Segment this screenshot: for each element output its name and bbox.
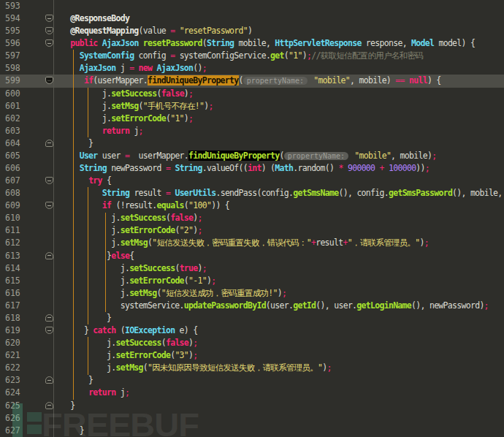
code-text: j.setSuccess(false); xyxy=(0,88,193,100)
code-token: response, xyxy=(366,38,411,48)
code-token: @RequestMapping xyxy=(70,26,138,36)
code-token: String xyxy=(80,163,112,173)
code-token: (), config. xyxy=(339,188,389,198)
code-line-617[interactable]: 617 systemService.updatePasswordById(use… xyxy=(0,300,504,312)
code-token: == xyxy=(395,75,404,86)
code-text: j.setMsg("短信发送成功，密码重置成功!"); xyxy=(0,287,286,300)
code-token: config xyxy=(139,50,171,61)
code-token: "resetPassword" xyxy=(180,26,248,36)
code-token: )) { xyxy=(211,200,229,210)
code-text: } xyxy=(0,312,111,324)
code-token: .valueOf(( xyxy=(202,163,248,173)
code-text: } xyxy=(0,400,75,412)
code-token: ( xyxy=(115,325,124,335)
code-token: findUniqueByProperty xyxy=(188,151,279,161)
fold-toggle-icon[interactable] xyxy=(45,376,53,384)
code-token: j. xyxy=(66,362,115,373)
code-token: j. xyxy=(66,113,111,123)
code-text: try { xyxy=(0,175,111,187)
code-token: "mobile" xyxy=(313,75,350,86)
code-token xyxy=(66,75,84,86)
code-token: catch xyxy=(93,325,115,335)
code-token: String xyxy=(175,163,202,173)
code-text: j.setMsg("手机号不存在!"); xyxy=(0,100,213,113)
code-token: false xyxy=(166,338,188,348)
code-token: user xyxy=(102,151,125,161)
code-line-608[interactable]: 608 String result = UserUtils.sendPass(c… xyxy=(0,187,504,200)
code-token: 900000 xyxy=(348,163,375,173)
fold-toggle-icon[interactable] xyxy=(45,252,53,259)
code-token: { xyxy=(129,251,134,261)
code-token: result xyxy=(316,238,343,248)
code-token xyxy=(66,163,80,173)
code-text: @RequestMapping(value = "resetPassword") xyxy=(0,25,252,37)
code-token: j. xyxy=(66,350,115,360)
code-token: .random() xyxy=(293,163,338,173)
code-token: "因未知原因导致短信发送失败，请联系管理员。" xyxy=(148,362,322,373)
code-token: "1" xyxy=(170,113,184,123)
code-token: return xyxy=(88,387,121,398)
code-token: j. xyxy=(66,213,121,223)
code-token: } xyxy=(66,325,93,335)
code-token: () xyxy=(193,63,202,73)
code-token: ; xyxy=(282,288,286,298)
code-token: Model xyxy=(411,38,438,48)
code-token: IOException xyxy=(125,325,180,335)
code-token: "1" xyxy=(289,50,302,61)
code-token: } xyxy=(66,400,75,411)
code-token: .sendPass(config. xyxy=(215,188,293,198)
code-token: j. xyxy=(66,238,121,248)
fold-toggle-icon[interactable] xyxy=(45,402,53,409)
code-token: , mobile) xyxy=(391,151,432,161)
code-token: ; xyxy=(432,151,436,161)
code-token: try xyxy=(88,175,102,186)
code-token: null xyxy=(409,75,427,86)
code-token: (user. xyxy=(266,300,293,311)
code-line-596[interactable]: 596 public AjaxJson resetPassword(String… xyxy=(0,37,504,50)
code-token: ; xyxy=(198,225,202,235)
code-token: User xyxy=(80,151,102,161)
code-token: ; xyxy=(188,88,193,99)
code-token: setSuccess xyxy=(129,263,175,273)
code-token: "mobile" xyxy=(354,151,391,161)
code-text: @ResponseBody xyxy=(0,12,129,25)
code-token: ; xyxy=(211,276,215,286)
parameter-hint: propertyName: xyxy=(243,77,308,85)
code-token xyxy=(66,188,102,198)
code-text: if (!result.equals("100")) { xyxy=(0,200,229,212)
code-text: User user = userMapper.findUniqueByPrope… xyxy=(0,150,436,162)
code-token: (!result. xyxy=(111,200,156,210)
code-line-612[interactable]: 612 j.setMsg("短信发送失败，密码重置失败，错误代码："+resul… xyxy=(0,237,504,249)
code-token: } xyxy=(66,313,111,323)
code-token: setMsg xyxy=(111,101,138,111)
code-token: "手机号不存在!" xyxy=(143,101,204,111)
code-line-599[interactable]: 599 if(userMapper.findUniqueByProperty(p… xyxy=(0,75,504,87)
fold-toggle-icon[interactable] xyxy=(45,140,53,147)
code-text: j.setMsg("因未知原因导致短信发送失败，请联系管理员。"); xyxy=(0,362,332,374)
code-token: updatePasswordById xyxy=(184,300,266,311)
code-line-605[interactable]: 605 User user = userMapper.findUniqueByP… xyxy=(0,150,504,162)
code-token: "2" xyxy=(180,225,194,235)
code-token: ) xyxy=(248,26,252,36)
code-token: j. xyxy=(66,88,111,99)
code-token: UserUtils xyxy=(175,188,215,198)
code-token: setSuccess xyxy=(121,213,166,223)
code-token: "短信发送失败，密码重置失败，错误代码：" xyxy=(152,238,311,248)
code-token: false xyxy=(170,213,193,223)
code-token: if xyxy=(84,75,93,86)
code-editor-window: 593594 @ResponseBody595 @RequestMapping(… xyxy=(0,0,504,437)
code-token: new xyxy=(139,63,157,73)
code-token: ; xyxy=(202,63,207,73)
code-token: false xyxy=(161,88,184,99)
code-token: get xyxy=(270,50,284,61)
code-token: (), mobile, newPassword) xyxy=(452,188,504,198)
code-token: String xyxy=(102,188,134,198)
fold-toggle-icon[interactable] xyxy=(45,314,53,322)
code-token: true xyxy=(180,263,198,273)
code-token: ; xyxy=(202,263,207,273)
code-token: @ResponseBody xyxy=(70,13,129,23)
code-token: { xyxy=(102,175,111,186)
code-text: j.setSuccess(true); xyxy=(0,262,207,275)
line-number: 593 xyxy=(5,0,20,12)
code-line-606[interactable]: 606 String newPassword = String.valueOf(… xyxy=(0,162,504,175)
